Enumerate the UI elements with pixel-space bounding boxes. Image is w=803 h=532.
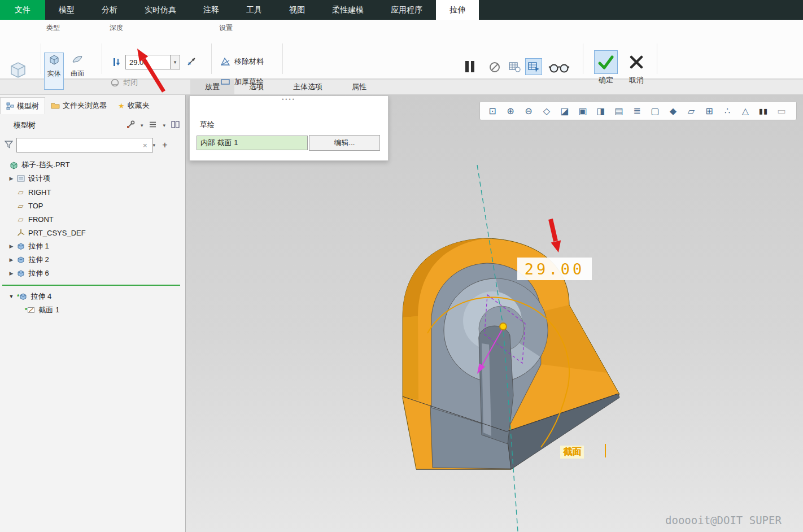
- cancel-button[interactable]: 取消: [621, 50, 652, 85]
- zoom-in-icon[interactable]: ⊕: [503, 103, 518, 118]
- expand-arrow[interactable]: ▶: [7, 176, 16, 181]
- menu-tab-applications[interactable]: 应用程序: [377, 0, 436, 20]
- flip-arrows-icon: [186, 56, 197, 67]
- surface-type-label: 曲面: [71, 69, 84, 79]
- tree-item-design-items[interactable]: ▶ 设计项: [0, 172, 181, 185]
- tree-search-input[interactable]: [16, 138, 153, 152]
- zoom-window-icon[interactable]: ⊡: [485, 103, 500, 118]
- tree-filter-list-icon[interactable]: [149, 120, 157, 130]
- plane-display-icon[interactable]: ▱: [683, 103, 699, 118]
- tree-tools-icon[interactable]: [126, 120, 135, 131]
- closed-toggle-button[interactable]: 封闭: [110, 75, 138, 90]
- tree-item-top-plane[interactable]: ▱ TOP: [0, 199, 181, 212]
- insert-here-indicator[interactable]: [2, 285, 180, 286]
- pause-display-icon[interactable]: ▮▮: [756, 103, 771, 118]
- search-options-dropdown[interactable]: ▾: [153, 142, 156, 148]
- datum-plane-icon: ▱: [16, 202, 25, 210]
- expand-arrow[interactable]: ▼: [7, 294, 16, 299]
- saved-view-list-icon[interactable]: ≣: [629, 103, 645, 118]
- tab-properties[interactable]: 属性: [337, 80, 381, 94]
- unattached-preview-button[interactable]: [506, 58, 523, 75]
- tab-model-tree[interactable]: 模型树: [0, 97, 45, 114]
- depth-dimension-label[interactable]: 29.00: [517, 258, 592, 280]
- render-style-icon[interactable]: ◆: [665, 103, 681, 118]
- layers-icon[interactable]: ▤: [611, 103, 627, 118]
- menu-tab-tools[interactable]: 工具: [233, 0, 276, 20]
- ok-button[interactable]: 确定: [591, 50, 621, 85]
- pause-button[interactable]: [461, 57, 479, 76]
- remove-material-label: 移除材料: [234, 56, 264, 67]
- tab-folder-browser[interactable]: 文件夹浏览器: [45, 97, 112, 114]
- thicken-sketch-button[interactable]: 加厚草绘: [219, 74, 264, 90]
- star-icon: ★: [118, 102, 125, 110]
- solid-type-button[interactable]: 实体: [44, 53, 64, 90]
- expand-arrow[interactable]: ▶: [7, 243, 16, 249]
- extrude-feature-icon: [16, 242, 25, 250]
- section-name-label[interactable]: 截面: [560, 446, 584, 459]
- no-preview-button[interactable]: [487, 59, 503, 75]
- display-style-icon[interactable]: ▣: [575, 103, 591, 118]
- model-tree-header: 模型树 ▾ ▾: [0, 116, 185, 134]
- extra-toolbar-icon[interactable]: ▭: [774, 103, 789, 118]
- point-display-icon[interactable]: ∴: [719, 103, 735, 118]
- edit-sketch-button[interactable]: 编辑...: [309, 135, 380, 151]
- tree-item-csys[interactable]: PRT_CSYS_DEF: [0, 226, 181, 239]
- tree-item-section-1[interactable]: * 截面 1: [0, 303, 181, 317]
- tab-body-options[interactable]: 主体选项: [278, 80, 337, 94]
- watermark-text: dooooit@DOIT SUPER: [665, 514, 782, 526]
- add-filter-icon[interactable]: +: [162, 140, 167, 150]
- menu-tab-extrude-active[interactable]: 拉伸: [436, 0, 479, 20]
- menu-tab-view[interactable]: 视图: [276, 0, 318, 20]
- remove-material-button[interactable]: 移除材料: [219, 54, 264, 69]
- expand-arrow[interactable]: ▶: [7, 271, 16, 276]
- depth-option-button[interactable]: [110, 55, 124, 69]
- feature-preview-button[interactable]: [547, 60, 571, 75]
- menu-tab-model[interactable]: 模型: [45, 0, 88, 20]
- creo-application-window: 文件 模型 分析 实时仿真 注释 工具 视图 柔性建模 应用程序 拉伸 类型: [0, 0, 803, 532]
- tree-item-extrude-6[interactable]: ▶ 拉伸 6: [0, 267, 181, 280]
- tree-filter-dropdown[interactable]: ▾: [163, 123, 165, 128]
- surface-type-button[interactable]: 曲面: [66, 53, 89, 90]
- closed-icon: [110, 78, 120, 88]
- tree-item-extrude-1[interactable]: ▶ 拉伸 1: [0, 239, 181, 253]
- refit-icon[interactable]: ◇: [539, 103, 555, 118]
- solid-type-label: 实体: [47, 69, 61, 79]
- type-group-label: 类型: [46, 23, 60, 33]
- menu-tab-live-simulation[interactable]: 实时仿真: [131, 0, 190, 20]
- flip-direction-button[interactable]: [184, 54, 199, 69]
- view-manager-icon[interactable]: ▢: [647, 103, 663, 118]
- tree-item-front-plane[interactable]: ▱ FRONT: [0, 212, 181, 226]
- clear-search-icon[interactable]: ×: [143, 141, 147, 150]
- tree-item-extrude-2[interactable]: ▶ 拉伸 2: [0, 253, 181, 267]
- model-tree-icon: [6, 102, 14, 110]
- csys-display-icon[interactable]: △: [737, 103, 753, 118]
- tree-item-extrude-4-active[interactable]: ▼ * 拉伸 4: [0, 290, 181, 303]
- unattached-preview-icon: [508, 60, 521, 73]
- tree-item-right-plane[interactable]: ▱ RIGHT: [0, 185, 181, 199]
- zoom-out-icon[interactable]: ⊖: [521, 103, 536, 118]
- design-items-icon: [16, 175, 25, 182]
- tree-columns-icon[interactable]: [171, 120, 180, 130]
- settings-group-label: 设置: [219, 23, 233, 33]
- menu-tab-annotate[interactable]: 注释: [190, 0, 233, 20]
- filter-funnel-icon[interactable]: [5, 140, 13, 151]
- sketch-icon: [26, 306, 36, 314]
- expand-arrow[interactable]: ▶: [7, 257, 16, 263]
- folder-icon: [51, 102, 60, 109]
- attached-preview-button-selected[interactable]: [525, 58, 542, 75]
- menu-tab-flexible-modeling[interactable]: 柔性建模: [318, 0, 377, 20]
- section-view-icon[interactable]: ◨: [593, 103, 609, 118]
- tab-favorites[interactable]: ★ 收藏夹: [112, 97, 155, 114]
- panel-drag-handle[interactable]: ••••: [282, 97, 296, 102]
- sketch-collector-input[interactable]: [197, 136, 308, 150]
- repaint-icon[interactable]: ◪: [557, 103, 573, 118]
- depth-drag-handle[interactable]: [500, 323, 507, 330]
- depth-value-input[interactable]: [125, 55, 171, 69]
- tree-item-part-root[interactable]: 梯子-挡头.PRT: [0, 158, 181, 172]
- menu-tab-analysis[interactable]: 分析: [88, 0, 131, 20]
- part-icon: [9, 161, 19, 169]
- depth-value-dropdown[interactable]: ▾: [171, 55, 180, 69]
- axis-display-icon[interactable]: ⊞: [701, 103, 717, 118]
- menu-tab-file[interactable]: 文件: [0, 0, 45, 20]
- tree-tools-dropdown[interactable]: ▾: [141, 123, 143, 128]
